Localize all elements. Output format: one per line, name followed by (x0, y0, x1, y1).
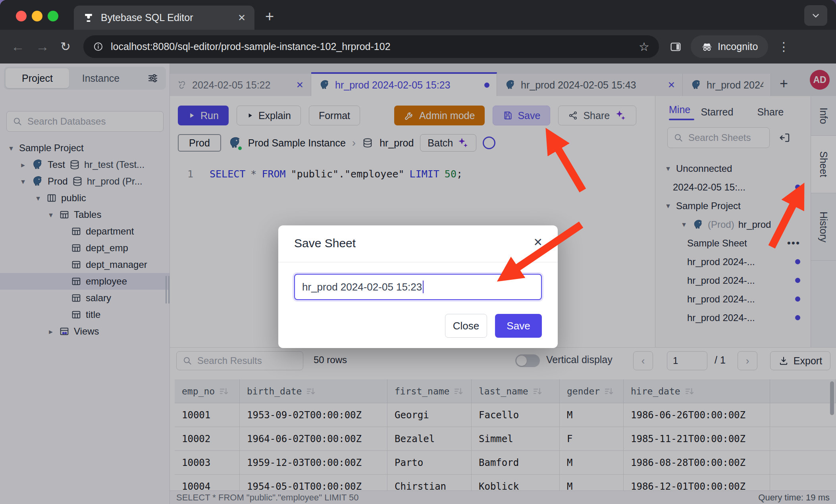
caret-down-icon[interactable]: ▾ (47, 210, 55, 219)
table-row[interactable]: 10003 1959-12-03T00:00:00Z Parto Bamford… (175, 451, 836, 475)
sort-icon[interactable] (532, 386, 543, 396)
filter-tune-icon[interactable] (147, 72, 159, 84)
caret-down-icon[interactable]: ▾ (664, 164, 672, 173)
tree-item-test-instance[interactable]: ▸ Test hr_test (Test... (0, 156, 170, 173)
results-search-input[interactable]: Search Results (176, 351, 303, 370)
caret-down-icon[interactable]: ▾ (680, 220, 688, 229)
tree-item-title[interactable]: title (0, 306, 170, 323)
sql-code-area[interactable]: 1 SELECT*FROM"public"."employee"LIMIT50; (170, 159, 655, 168)
tree-item-dept-emp[interactable]: dept_emp (0, 240, 170, 256)
column-header-last-name[interactable]: last_name (472, 379, 560, 403)
dialog-save-button[interactable]: Save (495, 314, 542, 338)
tree-item-dept-manager[interactable]: dept_manager (0, 256, 170, 273)
caret-down-icon[interactable]: ▾ (34, 194, 42, 203)
forward-button[interactable]: → (36, 39, 49, 54)
sort-icon[interactable] (604, 386, 614, 396)
sheet-more-menu-icon[interactable]: ••• (787, 237, 800, 249)
vtab-sheet[interactable]: Sheet (811, 136, 836, 193)
tree-item-salary[interactable]: salary (0, 290, 170, 306)
macos-close-button[interactable] (16, 11, 27, 21)
close-tab-icon[interactable]: ✕ (296, 80, 304, 90)
browser-tab[interactable]: Bytebase SQL Editor ✕ (74, 6, 254, 30)
side-panel-icon[interactable] (669, 40, 682, 53)
bookmark-star-icon[interactable]: ☆ (639, 40, 649, 54)
vtab-history[interactable]: History (811, 193, 836, 261)
next-page-button[interactable]: › (738, 351, 757, 370)
close-tab-icon[interactable]: ✕ (668, 80, 675, 90)
tab-search-button[interactable] (804, 5, 827, 26)
sheet-tab-3[interactable]: hr_prod 2024-02-05 15:43 ✕ (497, 74, 683, 96)
caret-right-icon[interactable]: ▸ (19, 160, 27, 169)
sheet-tab-4[interactable]: hr_prod 2024-0 (683, 74, 771, 96)
tab-share[interactable]: Share (744, 106, 797, 118)
macos-minimize-button[interactable] (32, 11, 42, 21)
macos-zoom-button[interactable] (48, 11, 58, 21)
dialog-close-icon[interactable]: ✕ (534, 236, 543, 249)
page-number-input[interactable] (667, 351, 707, 370)
database-search-input[interactable]: Search Databases (6, 111, 164, 132)
sheet-item-sample-sheet[interactable]: Sample Sheet ••• (655, 234, 811, 252)
caret-down-icon[interactable]: ▾ (19, 177, 27, 186)
user-avatar[interactable]: AD (810, 70, 830, 90)
batch-button[interactable]: Batch (420, 134, 476, 152)
tab-mine[interactable]: Mine (669, 104, 690, 120)
sidebar-resize-handle[interactable] (166, 276, 170, 304)
browser-menu-icon[interactable]: ⋮ (778, 40, 790, 54)
add-sheet-button[interactable]: + (780, 75, 788, 92)
column-header-birth-date[interactable]: birth_date (240, 379, 387, 403)
table-row[interactable]: 10001 1953-09-02T00:00:00Z Georgi Facell… (175, 403, 836, 427)
column-header-gender[interactable]: gender (560, 379, 624, 403)
export-button[interactable]: Export (770, 351, 830, 370)
sort-icon[interactable] (453, 386, 464, 396)
tab-instance[interactable]: Instance (69, 73, 133, 84)
table-row[interactable]: 10002 1964-06-02T00:00:00Z Bezalel Simme… (175, 427, 836, 451)
vtab-info[interactable]: Info (811, 96, 836, 136)
table-scrollbar[interactable] (830, 381, 834, 415)
sheet-group-sample-project[interactable]: ▾ Sample Project (655, 196, 811, 215)
sheet-item[interactable]: hr_prod 2024-... (655, 290, 811, 308)
run-button[interactable]: Run (178, 106, 229, 125)
sort-icon[interactable] (684, 386, 695, 396)
site-info-icon[interactable] (93, 41, 104, 52)
sheet-group-prod-hr-prod[interactable]: ▾ (Prod) hr_prod (655, 215, 811, 234)
database-name[interactable]: hr_prod (379, 137, 414, 149)
column-header-first-name[interactable]: first_name (387, 379, 472, 403)
vertical-display-toggle[interactable] (515, 354, 540, 367)
sheet-search-input[interactable]: Search Sheets (667, 127, 770, 148)
caret-right-icon[interactable]: ▸ (47, 327, 55, 336)
sheet-group-unconnected[interactable]: ▾ Unconnected (655, 159, 811, 178)
tree-item-views-group[interactable]: ▸ Views (0, 323, 170, 340)
new-tab-button[interactable]: + (265, 9, 274, 24)
sheet-item[interactable]: hr_prod 2024-... (655, 252, 811, 271)
table-row[interactable]: 10004 1954-05-01T00:00:00Z Chirstian Kob… (175, 475, 836, 491)
share-button[interactable]: Share (558, 106, 636, 125)
tab-close-icon[interactable]: ✕ (238, 12, 246, 23)
tab-project[interactable]: Project (6, 68, 69, 88)
caret-down-icon[interactable]: ▾ (7, 144, 15, 153)
tree-item-prod-instance[interactable]: ▾ Prod hr_prod (Pr... (0, 173, 170, 190)
tree-item-employee[interactable]: employee (0, 273, 170, 290)
url-text[interactable]: localhost:8080/sql-editor/prod-sample-in… (111, 41, 632, 52)
explain-button[interactable]: Explain (237, 106, 301, 125)
save-button[interactable]: Save (493, 106, 550, 125)
sheet-item[interactable]: hr_prod 2024-... (655, 271, 811, 290)
tree-item-public-schema[interactable]: ▾ public (0, 190, 170, 206)
tree-item-department[interactable]: department (0, 223, 170, 240)
sheet-item[interactable]: 2024-02-05 15:... (655, 178, 811, 196)
column-header-emp-no[interactable]: emp_no (175, 379, 240, 403)
tree-item-sample-project[interactable]: ▾ Sample Project (0, 140, 170, 156)
url-bar[interactable]: localhost:8080/sql-editor/prod-sample-in… (83, 35, 659, 58)
sheet-tab-unconnected[interactable]: 2024-02-05 15:22 ✕ (170, 74, 311, 96)
sort-icon[interactable] (219, 386, 229, 396)
environment-badge[interactable]: Prod (178, 134, 221, 152)
caret-down-icon[interactable]: ▾ (664, 201, 672, 210)
admin-mode-button[interactable]: Admin mode (394, 106, 485, 125)
collapse-panel-icon[interactable] (778, 131, 791, 144)
back-button[interactable]: ← (11, 39, 25, 54)
reload-button[interactable]: ↻ (60, 39, 71, 54)
sheet-item[interactable]: hr_prod 2024-... (655, 308, 811, 327)
column-header-hire-date[interactable]: hire_date (624, 379, 770, 403)
sheet-name-input[interactable]: hr_prod 2024-02-05 15:23 (294, 274, 542, 300)
prev-page-button[interactable]: ‹ (633, 351, 653, 370)
tree-item-tables-group[interactable]: ▾ Tables (0, 206, 170, 223)
